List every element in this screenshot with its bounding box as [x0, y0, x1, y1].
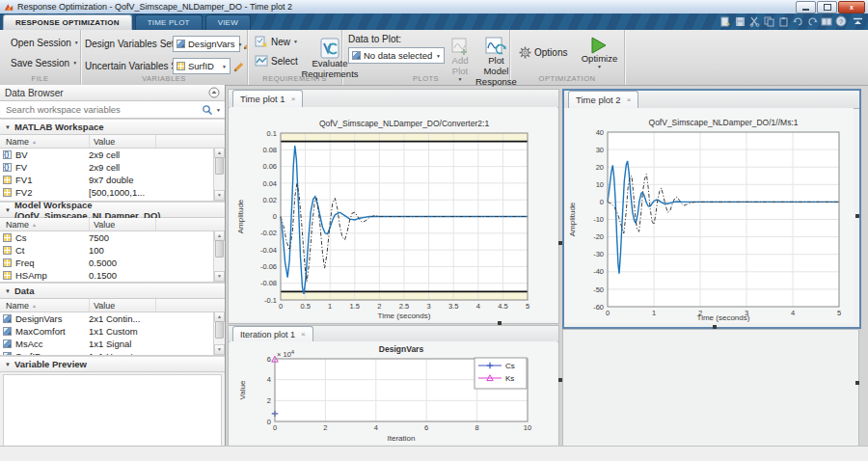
- edge-splitter-handle[interactable]: [855, 381, 859, 385]
- edit-pencil-icon[interactable]: [233, 61, 246, 72]
- design-variables-set-dropdown[interactable]: DesignVars ▼: [173, 36, 240, 52]
- svg-text:Amplitude: Amplitude: [568, 202, 577, 236]
- search-input[interactable]: [4, 103, 202, 116]
- scrollbar[interactable]: ▲▼: [213, 148, 225, 201]
- svg-text:0.06: 0.06: [262, 162, 277, 171]
- svg-text:-0.06: -0.06: [260, 262, 277, 271]
- table-row[interactable]: MsAcc 1x1 Signal: [0, 338, 225, 350]
- svg-text:0: 0: [273, 423, 277, 432]
- vertical-splitter-handle[interactable]: [558, 241, 562, 245]
- table-row[interactable]: MaxComfort 1x1 Custom: [0, 325, 225, 338]
- surfid-icon: [176, 62, 185, 70]
- horizontal-splitter-handle[interactable]: [713, 325, 717, 329]
- new-document-icon[interactable]: [719, 15, 731, 27]
- optimize-button[interactable]: Optimize ▼: [578, 34, 620, 70]
- empty-pane: [562, 329, 859, 447]
- copy-icon[interactable]: [763, 15, 774, 27]
- scrollbar[interactable]: ▲▼: [213, 312, 225, 355]
- uncertain-variables-label: Uncertain Variables Set:: [85, 61, 170, 71]
- svg-text:-0.1: -0.1: [264, 296, 277, 305]
- scrollbar[interactable]: ▲▼: [213, 230, 225, 282]
- close-tab-icon[interactable]: ×: [627, 95, 632, 104]
- svg-text:0.08: 0.08: [262, 146, 277, 154]
- table-row[interactable]: DesignVars 2x1 Contin...: [0, 312, 225, 325]
- cut-icon[interactable]: [748, 15, 760, 27]
- table-row[interactable]: HSAmp 0.1500: [0, 269, 225, 282]
- scroll-down-icon[interactable]: ▼: [214, 271, 225, 282]
- data-to-plot-dropdown[interactable]: No data selected ▼: [348, 47, 445, 64]
- vertical-splitter-handle[interactable]: [558, 378, 562, 382]
- save-session-button[interactable]: Save Session▼: [5, 55, 80, 70]
- chevron-down-icon: ▼: [436, 53, 441, 59]
- time-plot-1-tab-bar: Time plot 1 ×: [229, 90, 558, 108]
- svg-text:2: 2: [377, 302, 381, 311]
- table-header[interactable]: Name▲ Value: [0, 135, 225, 149]
- open-session-button[interactable]: Open Session▼: [5, 35, 80, 50]
- tab-view[interactable]: VIEW: [205, 14, 251, 30]
- section-header-matlab-workspace[interactable]: MATLAB Workspace: [0, 119, 225, 135]
- table-row[interactable]: FV 2x9 cell: [0, 161, 225, 174]
- edit-pencil-icon[interactable]: [243, 39, 247, 50]
- restore-button[interactable]: [817, 1, 837, 14]
- edge-splitter-handle[interactable]: [855, 214, 859, 218]
- tab-time-plot-1[interactable]: Time plot 1 ×: [232, 90, 303, 107]
- section-header-data[interactable]: Data: [0, 283, 225, 299]
- sort-ascending-icon: ▲: [32, 222, 37, 228]
- tab-response-optimization[interactable]: RESPONSE OPTIMIZATION: [3, 14, 132, 30]
- table-row[interactable]: Ct 100: [0, 244, 225, 257]
- undo-icon[interactable]: [792, 15, 803, 27]
- horizontal-splitter-handle[interactable]: [498, 321, 502, 325]
- save-icon[interactable]: [734, 15, 746, 27]
- tab-time-plot[interactable]: TIME PLOT: [135, 14, 203, 30]
- table-row[interactable]: FV1 9x7 double: [0, 174, 225, 186]
- svg-text:-0.04: -0.04: [260, 246, 277, 255]
- scroll-thumb[interactable]: [215, 240, 224, 258]
- iteration-plot-1-chart[interactable]: 02468100246DesignVarsIterationValue× 104…: [230, 341, 557, 447]
- chevron-down-icon: ▼: [293, 39, 298, 44]
- options-button[interactable]: Options: [516, 45, 570, 60]
- tab-time-plot-2[interactable]: Time plot 2 ×: [568, 91, 638, 108]
- time-plot-1-chart[interactable]: 00.511.522.533.544.55-0.1-0.08-0.06-0.04…: [230, 107, 557, 325]
- section-header-model-workspace[interactable]: Model Workspace (QofV_Simscape_NLDamper_…: [0, 202, 225, 218]
- close-button[interactable]: x: [838, 1, 865, 14]
- table-header[interactable]: Name▲ Value: [0, 218, 225, 231]
- help-icon[interactable]: ?: [835, 15, 847, 27]
- table-row[interactable]: Freq 0.5000: [0, 257, 225, 269]
- search-icon[interactable]: [202, 104, 213, 116]
- ribbon-section-file: Open Session▼ Save Session▼ FILE: [0, 30, 81, 85]
- svg-text:0.02: 0.02: [262, 196, 277, 204]
- variable-type-icon: [3, 339, 12, 348]
- svg-text:Time (seconds): Time (seconds): [697, 313, 750, 322]
- data-browser-header: Data Browser: [0, 85, 225, 101]
- new-requirement-button[interactable]: New▼: [252, 35, 301, 48]
- svg-text:2: 2: [323, 423, 327, 432]
- paste-icon[interactable]: [777, 15, 789, 27]
- close-tab-icon[interactable]: ×: [301, 330, 306, 339]
- select-requirement-button[interactable]: Select: [252, 54, 301, 68]
- table-row[interactable]: SurfID 1x1 Uncert...: [0, 350, 225, 356]
- scroll-down-icon[interactable]: ▼: [214, 344, 225, 355]
- svg-text:0: 0: [279, 302, 283, 311]
- table-header[interactable]: Name▲ Value: [0, 299, 225, 312]
- table-row[interactable]: BV 2x9 cell: [0, 149, 225, 161]
- uncertain-variables-set-dropdown[interactable]: SurfID ▼: [173, 58, 231, 74]
- collapse-ribbon-icon[interactable]: [852, 15, 864, 27]
- scroll-thumb[interactable]: [215, 321, 224, 339]
- evaluate-requirements-icon: [318, 38, 341, 59]
- panel-menu-icon[interactable]: [208, 87, 220, 98]
- table-row[interactable]: FV2 [500,1000,1...: [0, 186, 225, 199]
- layout-icon[interactable]: [821, 15, 832, 27]
- section-label-requirements: REQUIREMENTS: [248, 74, 341, 83]
- section-label-file: FILE: [0, 74, 80, 83]
- search-options-chevron-icon[interactable]: ▼: [216, 107, 221, 113]
- close-tab-icon[interactable]: ×: [291, 95, 296, 103]
- table-row[interactable]: Cs 7500: [0, 231, 225, 244]
- redo-icon[interactable]: [806, 15, 818, 27]
- minimize-button[interactable]: [796, 1, 816, 14]
- section-header-variable-preview[interactable]: Variable Preview: [0, 356, 225, 372]
- scroll-thumb[interactable]: [215, 157, 224, 175]
- scroll-down-icon[interactable]: ▼: [214, 190, 225, 201]
- chevron-down-icon: ▼: [72, 60, 77, 66]
- tab-iteration-plot-1[interactable]: Iteration plot 1 ×: [232, 326, 313, 341]
- time-plot-2-chart[interactable]: 012345-60-50-40-30-20-10010203040QofV_Si…: [564, 108, 854, 327]
